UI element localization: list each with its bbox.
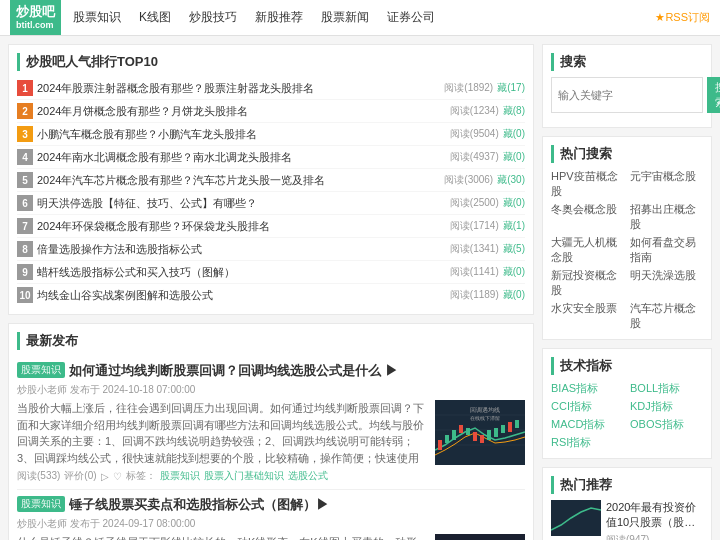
collect-action[interactable]: 藏(30) xyxy=(497,173,525,187)
article-link[interactable]: 明天洪停选股【特征、技巧、公式】有哪些？ xyxy=(37,196,444,211)
hot-rec-section: 热门推荐 2020年最有投资价值10只股票（股票代码） 阅读(947) xyxy=(542,467,712,540)
hot-search-grid: HPV疫苗概念股 元宇宙概念股 冬奥会概念股 招募出庄概念股 大疆无人机概念股 … xyxy=(551,169,703,331)
nav-securities[interactable]: 证券公司 xyxy=(387,9,435,26)
article-thumbnail: 回调遇均线 在线线下滞留 xyxy=(435,400,525,465)
hot-search-item[interactable]: 如何看盘交易指南 xyxy=(630,235,703,265)
collect-action[interactable]: 藏(8) xyxy=(503,104,525,118)
search-title: 搜索 xyxy=(551,53,703,71)
rank-badge: 7 xyxy=(17,218,33,234)
latest-title: 最新发布 xyxy=(17,332,525,350)
right-sidebar: 搜索 搜索 热门搜索 HPV疫苗概念股 元宇宙概念股 冬奥会概念股 招募出庄概念… xyxy=(542,44,712,540)
hot-search-item[interactable]: 明天洗澡选股 xyxy=(630,268,703,298)
svg-rect-10 xyxy=(480,435,484,443)
article-tag: 股票知识 xyxy=(17,362,65,378)
rec-title[interactable]: 2020年最有投资价值10只股票（股票代码） xyxy=(606,500,703,531)
article-link[interactable]: 倍量选股操作方法和选股指标公式 xyxy=(37,242,444,257)
article-link[interactable]: 2024年汽车芯片概念股有那些？汽车芯片龙头股一览及排名 xyxy=(37,173,438,188)
search-button[interactable]: 搜索 xyxy=(707,77,720,113)
share-icon: ▷ xyxy=(101,471,109,482)
read-count: 阅读(1341) xyxy=(450,242,499,256)
hot-search-item[interactable]: 水灾安全股票 xyxy=(551,301,624,331)
nav-trading-skills[interactable]: 炒股技巧 xyxy=(189,9,237,26)
table-row: 8 倍量选股操作方法和选股指标公式 阅读(1341) 藏(5) xyxy=(17,238,525,261)
read-count: 阅读(9504) xyxy=(450,127,499,141)
svg-rect-11 xyxy=(487,430,491,440)
article-content: 当股价大幅上涨后，往往会遇到回调压力出现回调。如何通过均线判断股票回调？下面和大… xyxy=(17,400,525,466)
read-count: 阅读(1892) xyxy=(444,81,493,95)
indicator-item[interactable]: MACD指标 xyxy=(551,417,624,432)
table-row: 7 2024年环保袋概念股有那些？环保袋龙头股排名 阅读(1714) 藏(1) xyxy=(17,215,525,238)
list-item: 股票知识 如何通过均线判断股票回调？回调均线选股公式是什么 ▶ 炒股小老师 发布… xyxy=(17,356,525,490)
nav-new-stocks[interactable]: 新股推荐 xyxy=(255,9,303,26)
table-row: 1 2024年股票注射器概念股有那些？股票注射器龙头股排名 阅读(1892) 藏… xyxy=(17,77,525,100)
collect-action[interactable]: 藏(1) xyxy=(503,219,525,233)
article-tag-link[interactable]: 股票知识 xyxy=(160,469,200,483)
svg-rect-8 xyxy=(466,428,470,435)
article-title[interactable]: 锤子线股票买卖点和选股指标公式（图解）▶ xyxy=(69,496,329,514)
hot-search-item[interactable]: 新冠投资概念股 xyxy=(551,268,624,298)
hot-search-item[interactable]: 冬奥会概念股 xyxy=(551,202,624,232)
search-input[interactable] xyxy=(551,77,703,113)
nav-stock-news[interactable]: 股票新闻 xyxy=(321,9,369,26)
table-row: 6 明天洪停选股【特征、技巧、公式】有哪些？ 阅读(2500) 藏(0) xyxy=(17,192,525,215)
read-count: 阅读(2500) xyxy=(450,196,499,210)
article-title[interactable]: 如何通过均线判断股票回调？回调均线选股公式是什么 ▶ xyxy=(69,362,398,380)
read-count: 阅读(1141) xyxy=(450,265,499,279)
indicator-item[interactable]: CCI指标 xyxy=(551,399,624,414)
svg-rect-18 xyxy=(435,534,525,540)
logo[interactable]: 炒股吧 btitl.com xyxy=(10,0,61,34)
article-header: 股票知识 如何通过均线判断股票回调？回调均线选股公式是什么 ▶ xyxy=(17,362,525,380)
article-link[interactable]: 2024年环保袋概念股有那些？环保袋龙头股排名 xyxy=(37,219,444,234)
collect-action[interactable]: 藏(0) xyxy=(503,150,525,164)
rank-badge: 1 xyxy=(17,80,33,96)
read-count: 阅读(3006) xyxy=(444,173,493,187)
hot-search-item[interactable]: 招募出庄概念股 xyxy=(630,202,703,232)
collect-action[interactable]: 藏(0) xyxy=(503,196,525,210)
top10-section: 炒股吧人气排行TOP10 1 2024年股票注射器概念股有那些？股票注射器龙头股… xyxy=(8,44,534,315)
indicator-grid: BIAS指标 BOLL指标 CCI指标 KDJ指标 MACD指标 OBOS指标 … xyxy=(551,381,703,450)
table-row: 4 2024年南水北调概念股有那些？南水北调龙头股排名 阅读(4937) 藏(0… xyxy=(17,146,525,169)
svg-rect-15 xyxy=(515,420,519,428)
article-link[interactable]: 蜡杆线选股指标公式和买入技巧（图解） xyxy=(37,265,444,280)
article-link[interactable]: 均线金山谷实战案例图解和选股公式 xyxy=(37,288,444,303)
indicator-item[interactable]: RSI指标 xyxy=(551,435,624,450)
hot-search-item[interactable]: HPV疫苗概念股 xyxy=(551,169,624,199)
hot-search-item[interactable]: 大疆无人机概念股 xyxy=(551,235,624,265)
table-row: 9 蜡杆线选股指标公式和买入技巧（图解） 阅读(1141) 藏(0) xyxy=(17,261,525,284)
indicator-item[interactable]: BIAS指标 xyxy=(551,381,624,396)
article-meta: 炒股小老师 发布于 2024-09-17 08:00:00 xyxy=(17,517,525,531)
article-body: 什么是锤子线？锤子线属于下影线比较长的一种K线形态，在K线图上买卖的一种形态，投… xyxy=(17,534,429,540)
header: 炒股吧 btitl.com 股票知识 K线图 炒股技巧 新股推荐 股票新闻 证券… xyxy=(0,0,720,36)
svg-rect-5 xyxy=(445,435,449,443)
indicator-item[interactable]: OBOS指标 xyxy=(630,417,703,432)
indicator-item[interactable]: BOLL指标 xyxy=(630,381,703,396)
article-link[interactable]: 2024年月饼概念股有那些？月饼龙头股排名 xyxy=(37,104,444,119)
rank-badge: 8 xyxy=(17,241,33,257)
left-column: 炒股吧人气排行TOP10 1 2024年股票注射器概念股有那些？股票注射器龙头股… xyxy=(8,44,534,540)
article-link[interactable]: 小鹏汽车概念股有那些？小鹏汽车龙头股排名 xyxy=(37,127,444,142)
collect-action[interactable]: 藏(0) xyxy=(503,127,525,141)
search-section: 搜索 搜索 xyxy=(542,44,712,128)
hot-search-item[interactable]: 汽车芯片概念股 xyxy=(630,301,703,331)
article-tag-link[interactable]: 选股公式 xyxy=(288,469,328,483)
rss-link[interactable]: ★RSS订阅 xyxy=(655,10,710,25)
rank-badge: 5 xyxy=(17,172,33,188)
article-link[interactable]: 2024年股票注射器概念股有那些？股票注射器龙头股排名 xyxy=(37,81,438,96)
nav-kline[interactable]: K线图 xyxy=(139,9,171,26)
indicator-item[interactable]: KDJ指标 xyxy=(630,399,703,414)
svg-rect-6 xyxy=(452,430,456,440)
article-header: 股票知识 锤子线股票买卖点和选股指标公式（图解）▶ xyxy=(17,496,525,514)
read-count: 阅读(1189) xyxy=(450,288,499,302)
rank-badge: 9 xyxy=(17,264,33,280)
hot-search-item[interactable]: 元宇宙概念股 xyxy=(630,169,703,199)
collect-action[interactable]: 藏(17) xyxy=(497,81,525,95)
article-tag-link[interactable]: 股票入门基础知识 xyxy=(204,469,284,483)
collect-action[interactable]: 藏(0) xyxy=(503,265,525,279)
collect-action[interactable]: 藏(5) xyxy=(503,242,525,256)
nav-stock-knowledge[interactable]: 股票知识 xyxy=(73,9,121,26)
article-link[interactable]: 2024年南水北调概念股有那些？南水北调龙头股排名 xyxy=(37,150,444,165)
table-row: 10 均线金山谷实战案例图解和选股公式 阅读(1189) 藏(0) xyxy=(17,284,525,306)
rank-badge: 2 xyxy=(17,103,33,119)
rec-reads: 阅读(947) xyxy=(606,533,703,540)
collect-action[interactable]: 藏(0) xyxy=(503,288,525,302)
